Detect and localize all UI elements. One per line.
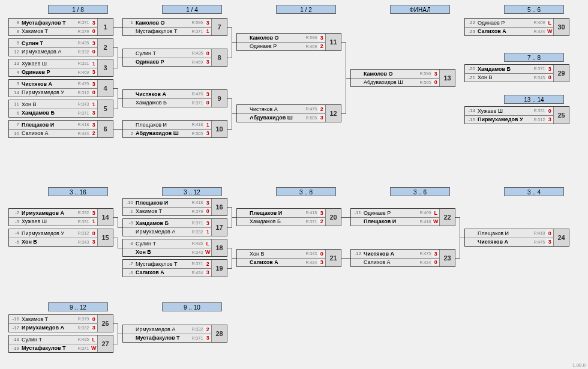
player-rating: R:332 — [72, 50, 90, 54]
match-13[interactable]: Камолов ОR:5963Абдувахидов ШR:505013 — [350, 69, 455, 87]
match-19[interactable]: -7Мустафакулов ТR:3712-6Салихов АR:42431… — [122, 259, 227, 277]
match-25[interactable]: -14Хужаев ШR:3310-15Пирмухамедов УR:3123… — [464, 106, 569, 124]
player-name: Абдувахидов Ш — [362, 79, 414, 85]
player-rating: R:424 — [72, 131, 90, 136]
connector-line — [341, 258, 350, 259]
match-28[interactable]: Ирмухамедов АR:3322Мустафакулов ТR:37132… — [122, 325, 227, 343]
match-row: 12Ирмухамедов АR:3320 — [9, 48, 97, 56]
match-6[interactable]: 7Плещаков ИR:418310Салихов АR:42426 — [8, 120, 113, 138]
seed: 6 — [9, 110, 20, 116]
player-name: Мустафакулов Т — [20, 345, 72, 351]
player-rating: R:596 — [414, 71, 432, 76]
match-14[interactable]: -2Ирмухамедов АR:3323-3Хужаев ШR:331114 — [8, 208, 113, 226]
player-name: Плещаков И — [248, 210, 300, 216]
seed: -20 — [465, 66, 476, 71]
score: 1 — [90, 101, 97, 107]
connector-line — [118, 88, 118, 98]
connector-line — [227, 268, 232, 269]
match-number: 7 — [211, 19, 227, 35]
score: 3 — [90, 110, 97, 116]
score: 3 — [204, 130, 211, 136]
seed: 14 — [9, 90, 20, 95]
match-number: 19 — [211, 260, 227, 277]
match-5[interactable]: 11Хон ВR:34316Хамдамов БR:37135 — [8, 100, 113, 118]
player-name: Абдувахидов Ш — [134, 130, 186, 136]
match-30[interactable]: -22Одинаев РR:469L-23Салихов АR:424W30 — [464, 18, 569, 36]
seed: -3 — [9, 219, 20, 224]
match-23[interactable]: -12Чистяков АR:4753Салихов АR:424023 — [350, 249, 455, 267]
match-21[interactable]: Хон ВR:3430Салихов АR:424321 — [236, 249, 341, 267]
seed: 10 — [9, 131, 20, 136]
match-row: -23Салихов АR:424W — [465, 28, 553, 36]
match-8[interactable]: Сулин ТR:4350Одинаев РR:46938 — [122, 49, 227, 67]
seed: -6 — [123, 270, 134, 275]
connector-line — [118, 58, 118, 68]
seed: 7 — [9, 122, 20, 127]
match-9[interactable]: Чистяков АR:4753Хамдамов БR:37109 — [122, 89, 227, 107]
match-row: -5Хон ВR:3433 — [9, 238, 97, 247]
round-label-p1314: 13 .. 14 — [504, 95, 564, 104]
score: 3 — [90, 81, 97, 87]
match-row: -18Сулин ТR:435L — [9, 335, 97, 344]
score: 3 — [546, 239, 553, 245]
match-16[interactable]: -10Плещаков ИR:4183-1Хакимов ТR:379016 — [122, 198, 227, 216]
match-row: Чистяков АR:4753 — [123, 90, 211, 99]
score: 3 — [90, 325, 97, 331]
player-rating: R:424 — [186, 271, 204, 275]
score: 0 — [90, 28, 97, 34]
score: 3 — [204, 20, 211, 26]
match-12[interactable]: Чистяков АR:4752Абдувахидов ШR:505312 — [236, 104, 341, 122]
player-rating: R:343 — [186, 250, 204, 254]
match-27[interactable]: -18Сулин ТR:435L-19Мустафакулов ТR:371W2… — [8, 335, 113, 353]
match-4[interactable]: 3Чистяков АR:475314Пирмухамедов УR:31204 — [8, 79, 113, 97]
match-17[interactable]: -9Хамдамов БR:3713Ирмухамедов АR:332117 — [122, 218, 227, 236]
match-7[interactable]: 1Камолов ОR:5963Мустафакулов ТR:37117 — [122, 18, 227, 36]
connector-line — [232, 258, 232, 268]
match-3[interactable]: 13Хужаев ШR:33114Одинаев РR:46933 — [8, 59, 113, 77]
player-name: Хон В — [134, 249, 186, 255]
player-rating: R:312 — [72, 231, 90, 235]
seed: -18 — [9, 337, 20, 342]
score: 0 — [546, 108, 553, 114]
match-1[interactable]: 9Мустафакулов ТR:37138Хакимов ТR:37901 — [8, 18, 113, 36]
seed: -22 — [465, 20, 476, 25]
score: 2 — [204, 326, 211, 332]
match-row: Абдувахидов ШR:5053 — [237, 114, 325, 122]
connector-line — [232, 248, 232, 258]
player-name: Мустафакулов Т — [20, 20, 72, 26]
match-26[interactable]: -16Хакимов ТR:3790-17Ирмухамедов АR:3323… — [8, 314, 113, 332]
player-name: Хон В — [20, 101, 72, 107]
connector-line — [113, 27, 122, 28]
player-rating: R:505 — [414, 80, 432, 85]
match-number: 13 — [439, 70, 455, 86]
player-name: Хакимов Т — [134, 208, 186, 214]
match-18[interactable]: -8Сулин ТR:435LХон ВR:343W18 — [122, 239, 227, 257]
score: 3 — [90, 122, 97, 128]
player-rating: R:343 — [300, 251, 318, 256]
match-number: 1 — [97, 19, 113, 35]
match-24[interactable]: Плещаков ИR:4180Чистяков АR:475324 — [464, 229, 569, 247]
player-rating: R:332 — [72, 326, 90, 330]
player-name: Плещаков И — [476, 230, 528, 236]
match-2[interactable]: 5Сулин ТR:435312Ирмухамедов АR:33202 — [8, 38, 113, 56]
score: 3 — [90, 40, 97, 46]
match-29[interactable]: -20Хамдамов БR:3713-21Хон ВR:343029 — [464, 64, 569, 82]
match-10[interactable]: Плещаков ИR:41812Абдувахидов ШR:505310 — [122, 120, 227, 138]
seed: -14 — [465, 108, 476, 113]
player-name: Сулин Т — [134, 50, 186, 56]
match-row: Одинаев РR:4692 — [237, 43, 325, 51]
player-rating: R:596 — [300, 35, 318, 40]
match-row: -2Ирмухамедов АR:3323 — [9, 209, 97, 218]
seed: -1 — [123, 209, 134, 214]
match-15[interactable]: -4Пирмухамедов УR:3120-5Хон ВR:343315 — [8, 229, 113, 247]
player-name: Хон В — [476, 74, 528, 80]
player-rating: R:435 — [186, 241, 204, 245]
player-name: Салихов А — [248, 259, 300, 265]
match-11[interactable]: Камолов ОR:5963Одинаев РR:469211 — [236, 33, 341, 51]
player-rating: R:332 — [186, 230, 204, 234]
score: 3 — [90, 20, 97, 26]
seed: 9 — [9, 20, 20, 25]
match-22[interactable]: -11Одинаев РR:469LПлещаков ИR:418W22 — [350, 208, 455, 226]
match-20[interactable]: Плещаков ИR:4183Хамдамов БR:371220 — [236, 208, 341, 226]
match-number: 26 — [97, 315, 113, 332]
